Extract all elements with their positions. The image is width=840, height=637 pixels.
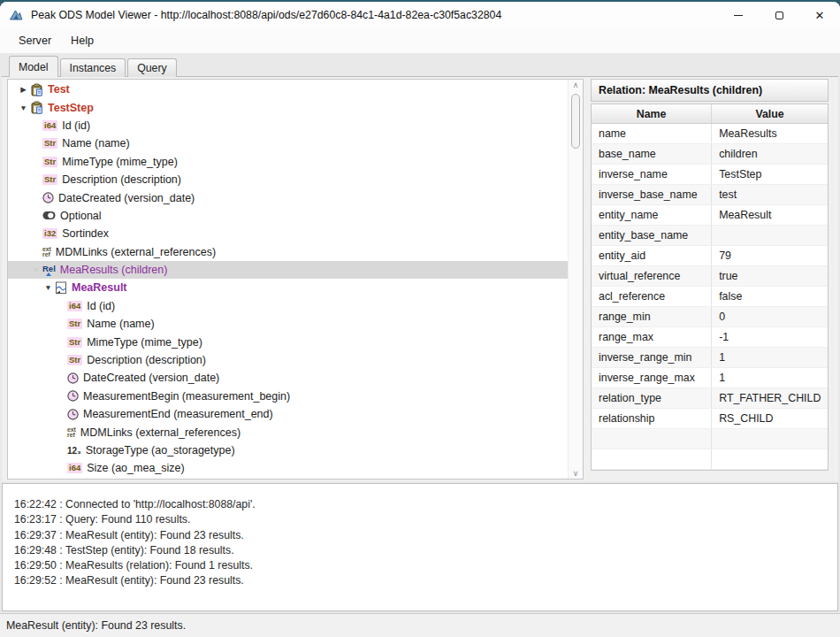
tree-item-label: Test xyxy=(48,83,70,96)
scrollbar-thumb[interactable] xyxy=(571,94,580,149)
detail-value: 79 xyxy=(712,246,828,265)
expand-arrow-icon[interactable]: ▶ xyxy=(17,85,30,94)
log-line: 16:22:42 : Connected to 'http://localhos… xyxy=(14,497,837,512)
detail-name: relation_type xyxy=(592,388,712,408)
detail-value: test xyxy=(712,185,828,204)
close-button[interactable]: ✕ xyxy=(799,2,840,28)
tree-item-id-id[interactable]: i64Id (id) xyxy=(8,117,568,134)
window-controls: ✕ xyxy=(718,2,840,28)
detail-name: entity_aid xyxy=(592,246,712,265)
minimize-button[interactable] xyxy=(718,2,759,28)
tree-item-mimetype-mime-type[interactable]: StrMimeType (mime_type) xyxy=(8,333,568,350)
detail-row-range-min[interactable]: range_min0 xyxy=(592,307,828,327)
i64-type-icon: i64 xyxy=(67,463,82,473)
entity-icon xyxy=(30,83,43,96)
tab-model[interactable]: Model xyxy=(9,56,58,77)
detail-value: -1 xyxy=(712,327,828,347)
detail-row-virtual-reference[interactable]: virtual_referencetrue xyxy=(592,266,828,287)
detail-row-empty-16[interactable] xyxy=(592,449,828,470)
detail-row-inverse-base-name[interactable]: inverse_base_nametest xyxy=(592,185,828,205)
tree-item-sortindex[interactable]: i32Sortindex xyxy=(8,225,568,242)
tab-page: ▶Test▼TestStepi64Id (id)StrName (name)St… xyxy=(2,76,838,481)
detail-name xyxy=(592,449,712,469)
detail-row-entity-base-name[interactable]: entity_base_name xyxy=(592,226,828,246)
column-header-name[interactable]: Name xyxy=(592,104,712,123)
tree-item-mdmlinks-external-references[interactable]: extrefMDMLinks (external_references) xyxy=(8,243,568,261)
tree-scrollbar[interactable]: ∧ ∨ xyxy=(568,80,583,479)
menu-help[interactable]: Help xyxy=(61,30,103,51)
collapse-arrow-icon[interactable]: ▼ xyxy=(29,265,42,274)
log-line: 16:29:48 : TestStep (entity): Found 18 r… xyxy=(14,543,837,558)
tree-item-size-ao-mea-size[interactable]: i64Size (ao_mea_size) xyxy=(8,459,568,477)
menu-bar: ServerHelp xyxy=(0,28,840,53)
scroll-down-icon[interactable]: ∨ xyxy=(569,469,583,478)
maximize-button[interactable] xyxy=(759,2,799,28)
tree-item-measurementend-measurement-end[interactable]: MeasurementEnd (measurement_end) xyxy=(8,405,568,423)
tree-item-id-id[interactable]: i64Id (id) xyxy=(8,297,568,315)
detail-name: name xyxy=(592,124,712,143)
details-header: Relation: MeaResults (children) xyxy=(591,79,829,102)
detail-row-name[interactable]: nameMeaResults xyxy=(592,124,828,144)
detail-row-acl-reference[interactable]: acl_referencefalse xyxy=(592,287,828,307)
enum-type-icon: 12₃ xyxy=(67,446,81,456)
tab-query[interactable]: Query xyxy=(127,58,177,77)
tree-item-mdmlinks-external-references[interactable]: extrefMDMLinks (external_references) xyxy=(8,423,568,441)
i64-type-icon: i64 xyxy=(67,301,82,311)
tree-item-measurementbegin-measurement-begin[interactable]: MeasurementBegin (measurement_begin) xyxy=(8,388,568,405)
minimize-icon xyxy=(734,15,743,16)
tree-item-mearesult[interactable]: ▼MeaResult xyxy=(8,279,568,296)
string-type-icon: Str xyxy=(67,337,82,348)
maximize-icon xyxy=(775,12,783,19)
detail-row-base-name[interactable]: base_namechildren xyxy=(592,144,828,165)
detail-value: true xyxy=(712,266,828,286)
detail-row-inverse-range-min[interactable]: inverse_range_min1 xyxy=(592,348,828,368)
tree-item-label: MimeType (mime_type) xyxy=(87,336,202,349)
window-title: Peak ODS Model Viewer - http://localhost… xyxy=(31,9,501,21)
detail-row-inverse-range-max[interactable]: inverse_range_max1 xyxy=(592,368,828,388)
tab-instances[interactable]: Instances xyxy=(60,58,126,77)
collapse-arrow-icon[interactable]: ▼ xyxy=(17,104,30,112)
tree-item-name-name[interactable]: StrName (name) xyxy=(8,315,568,333)
tree-item-mearesults-children[interactable]: ▼RelMeaResults (children) xyxy=(8,261,568,279)
detail-name: inverse_name xyxy=(592,165,712,184)
detail-row-entity-name[interactable]: entity_nameMeaResult xyxy=(592,205,828,226)
scroll-up-icon[interactable]: ∧ xyxy=(569,81,583,89)
tree-item-name-name[interactable]: StrName (name) xyxy=(8,134,568,152)
detail-name: entity_base_name xyxy=(592,226,712,245)
tree-item-description-description[interactable]: StrDescription (description) xyxy=(8,351,568,369)
column-header-value[interactable]: Value xyxy=(712,104,828,123)
tree-item-label: Name (name) xyxy=(87,318,154,330)
tree-item-optional[interactable]: Optional xyxy=(8,207,568,225)
tree-item-label: MeaResult xyxy=(72,281,127,294)
tree-item-label: Optional xyxy=(60,210,102,222)
i64-type-icon: i64 xyxy=(42,120,57,131)
detail-row-entity-aid[interactable]: entity_aid79 xyxy=(592,246,828,266)
detail-row-range-max[interactable]: range_max-1 xyxy=(592,327,828,348)
detail-value: 1 xyxy=(712,348,828,367)
detail-value: TestStep xyxy=(712,165,828,184)
tree-item-storagetype-ao-storagetype[interactable]: 12₃StorageType (ao_storagetype) xyxy=(8,441,568,459)
tree-item-label: Description (description) xyxy=(87,354,206,366)
detail-name: range_max xyxy=(592,327,712,347)
detail-name: inverse_range_max xyxy=(592,368,712,388)
tree-item-datecreated-version-date[interactable]: DateCreated (version_date) xyxy=(8,188,568,206)
detail-row-empty-15[interactable] xyxy=(592,429,828,449)
string-type-icon: Str xyxy=(67,355,82,365)
string-type-icon: Str xyxy=(67,318,82,329)
detail-name: entity_name xyxy=(592,205,712,225)
menu-server[interactable]: Server xyxy=(9,30,61,51)
tree-item-mimetype-mime-type[interactable]: StrMimeType (mime_type) xyxy=(8,153,568,171)
tree-item-description-description[interactable]: StrDescription (description) xyxy=(8,171,568,188)
tab-strip: ModelInstancesQuery xyxy=(9,57,179,77)
details-rows: nameMeaResultsbase_namechildreninverse_n… xyxy=(592,124,828,470)
detail-row-relationship[interactable]: relationshipRS_CHILD xyxy=(592,409,828,429)
detail-row-relation-type[interactable]: relation_typeRT_FATHER_CHILD xyxy=(592,388,828,409)
detail-name: base_name xyxy=(592,144,712,164)
tree-item-datecreated-version-date[interactable]: DateCreated (version_date) xyxy=(8,369,568,387)
collapse-arrow-icon[interactable]: ▼ xyxy=(42,283,55,292)
string-type-icon: Str xyxy=(42,174,57,185)
tree-item-test[interactable]: ▶Test xyxy=(8,81,568,98)
tree-item-teststep[interactable]: ▼TestStep xyxy=(8,98,568,116)
tree-item-label: Id (id) xyxy=(87,300,115,312)
detail-row-inverse-name[interactable]: inverse_nameTestStep xyxy=(592,165,828,185)
